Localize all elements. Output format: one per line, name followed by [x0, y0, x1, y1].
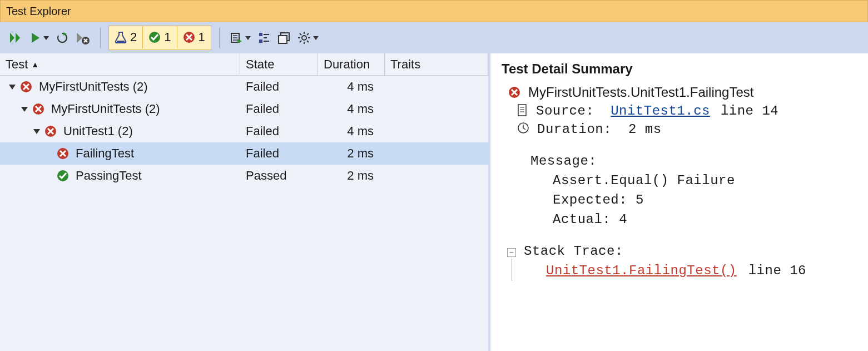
detail-pane: Test Detail Summary MyFirstUnitTests.Uni… — [490, 53, 868, 351]
test-row-state: Failed — [240, 146, 318, 161]
filter-group: 2 1 1 — [108, 26, 211, 50]
detail-message-label: Message: — [530, 154, 857, 169]
sort-asc-icon: ▲ — [31, 60, 39, 69]
windows-button[interactable] — [274, 27, 294, 49]
clock-icon — [517, 122, 529, 134]
test-row-state: Failed — [240, 80, 318, 94]
flask-icon — [115, 31, 127, 43]
svg-rect-23 — [518, 105, 526, 116]
detail-stack-line: line 16 — [748, 263, 806, 278]
test-tree-row[interactable]: FailingTestFailed2 ms — [0, 142, 488, 165]
filter-failed-button[interactable]: 1 — [177, 26, 211, 48]
cancel-run-button[interactable] — [72, 27, 93, 49]
window-title: Test Explorer — [6, 5, 71, 18]
chevron-down-icon — [313, 36, 319, 40]
test-tree-row[interactable]: MyFirstUnitTests (2)Failed4 ms — [0, 76, 488, 98]
filter-passed-button[interactable]: 1 — [143, 26, 177, 48]
repeat-last-run-button[interactable] — [52, 27, 72, 49]
detail-test-name: MyFirstUnitTests.UnitTest1.FailingTest — [528, 85, 753, 100]
toolbar-separator — [219, 28, 220, 48]
test-tree-pane: Test ▲ State Duration Traits MyFirstUnit… — [0, 53, 490, 351]
detail-message-block: Message: Assert.Equal() FailureExpected:… — [530, 154, 857, 227]
test-row-label: MyFirstUnitTests (2) — [51, 102, 160, 116]
grid-header: Test ▲ State Duration Traits — [0, 53, 488, 76]
expander-icon[interactable] — [33, 129, 40, 134]
test-row-duration: 2 ms — [318, 169, 385, 183]
fail-icon — [57, 147, 69, 160]
col-header-duration-label: Duration — [324, 57, 370, 72]
test-tree[interactable]: MyFirstUnitTests (2)Failed4 msMyFirstUni… — [0, 76, 488, 351]
detail-message-line: Assert.Equal() Failure — [553, 173, 857, 188]
test-row-duration: 2 ms — [318, 146, 385, 161]
filter-failed-count: 1 — [199, 30, 205, 45]
detail-source-link[interactable]: UnitTest1.cs — [611, 103, 710, 118]
col-header-state[interactable]: State — [240, 53, 318, 76]
filter-all-button[interactable]: 2 — [109, 26, 143, 48]
svg-line-16 — [307, 33, 309, 35]
run-button[interactable] — [27, 27, 52, 49]
run-all-button[interactable] — [6, 27, 27, 49]
col-header-traits[interactable]: Traits — [385, 53, 488, 76]
detail-source-line: line 14 — [721, 103, 778, 118]
chevron-down-icon — [43, 36, 49, 40]
test-row-label: FailingTest — [76, 146, 134, 161]
test-row-label: PassingTest — [76, 169, 142, 183]
detail-stack-block: − Stack Trace: UnitTest1.FailingTest() l… — [507, 244, 857, 281]
toolbar-separator — [100, 28, 101, 48]
detail-message-line: Actual: 4 — [553, 212, 857, 227]
detail-stack-label: Stack Trace: — [524, 244, 806, 259]
test-row-duration: 4 ms — [318, 124, 385, 139]
test-row-state: Failed — [240, 124, 318, 139]
title-bar: Test Explorer — [0, 0, 868, 22]
col-header-state-label: State — [246, 57, 274, 72]
filter-passed-count: 1 — [164, 30, 171, 45]
test-row-label: UnitTest1 (2) — [63, 124, 133, 139]
detail-name-row: MyFirstUnitTests.UnitTest1.FailingTest — [508, 85, 857, 100]
detail-source-row: Source: UnitTest1.cs line 14 — [517, 103, 857, 118]
collapse-toggle[interactable]: − — [507, 248, 516, 257]
test-tree-row[interactable]: MyFirstUnitTests (2)Failed4 ms — [0, 98, 488, 120]
fail-icon — [508, 86, 520, 98]
detail-title: Test Detail Summary — [502, 61, 857, 77]
svg-rect-7 — [279, 36, 287, 43]
detail-source-label: Source: — [536, 103, 594, 118]
settings-button[interactable] — [294, 27, 322, 49]
document-icon — [517, 103, 528, 117]
test-row-state: Passed — [240, 169, 318, 183]
svg-line-13 — [300, 33, 301, 35]
expander-icon[interactable] — [21, 107, 28, 112]
test-tree-row[interactable]: PassingTestPassed2 ms — [0, 165, 488, 187]
panes: Test ▲ State Duration Traits MyFirstUnit… — [0, 53, 868, 351]
test-tree-row[interactable]: UnitTest1 (2)Failed4 ms — [0, 120, 488, 142]
playlist-button[interactable] — [226, 27, 254, 49]
svg-rect-4 — [259, 33, 262, 36]
fail-icon — [32, 103, 44, 115]
svg-rect-5 — [259, 39, 262, 43]
col-header-test[interactable]: Test ▲ — [0, 53, 240, 76]
test-row-duration: 4 ms — [318, 80, 385, 94]
filter-all-count: 2 — [130, 30, 137, 45]
fail-icon — [20, 81, 32, 93]
svg-point-8 — [302, 36, 306, 40]
pass-icon — [148, 31, 161, 43]
test-row-state: Failed — [240, 102, 318, 116]
detail-duration-value: 2 ms — [628, 122, 662, 137]
chevron-down-icon — [245, 36, 251, 40]
detail-message-line: Expected: 5 — [553, 192, 857, 207]
expander-icon[interactable] — [9, 85, 16, 90]
pass-icon — [57, 170, 69, 182]
col-header-test-label: Test — [6, 57, 28, 72]
test-row-label: MyFirstUnitTests (2) — [39, 80, 148, 94]
fail-icon — [183, 31, 195, 43]
test-row-duration: 4 ms — [318, 102, 385, 116]
group-by-button[interactable] — [254, 27, 274, 49]
svg-line-15 — [300, 41, 301, 42]
toolbar: 2 1 1 — [0, 22, 868, 53]
detail-stack-link[interactable]: UnitTest1.FailingTest() — [546, 263, 737, 278]
col-header-traits-label: Traits — [390, 57, 420, 72]
svg-line-14 — [307, 41, 309, 42]
col-header-duration[interactable]: Duration — [318, 53, 385, 76]
detail-duration-row: Duration: 2 ms — [517, 122, 857, 137]
fail-icon — [44, 125, 57, 137]
detail-duration-label: Duration: — [537, 122, 612, 137]
